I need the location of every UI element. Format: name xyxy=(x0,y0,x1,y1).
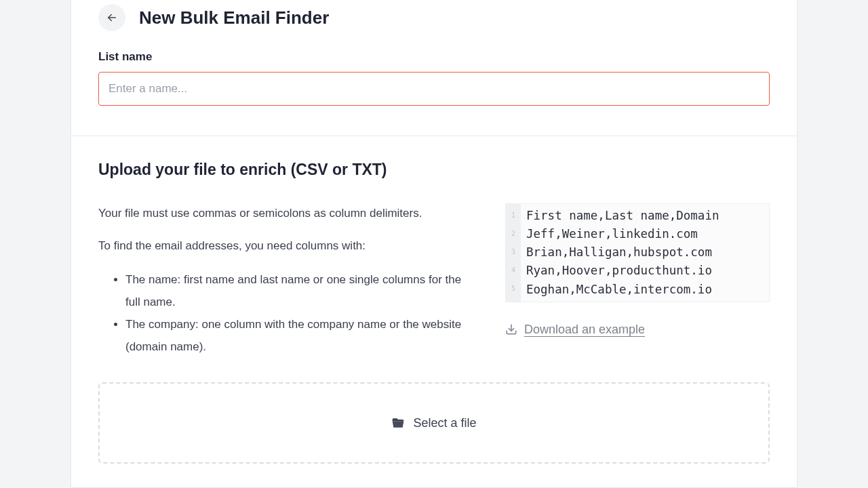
upload-bullets: The name: first name and last name or on… xyxy=(98,268,473,359)
csv-example: 12345 First name,Last name,Domain Jeff,W… xyxy=(505,203,770,302)
back-button[interactable] xyxy=(98,4,125,31)
arrow-left-icon xyxy=(106,12,118,24)
csv-row: Brian,Halligan,hubspot.com xyxy=(526,243,719,262)
upload-title: Upload your file to enrich (CSV or TXT) xyxy=(98,161,770,179)
list-item: The name: first name and last name or on… xyxy=(125,268,473,313)
download-example-label: Download an example xyxy=(524,323,645,337)
csv-lines: First name,Last name,Domain Jeff,Weiner,… xyxy=(521,204,724,302)
list-name-block: List name xyxy=(71,31,797,136)
list-name-input[interactable] xyxy=(98,72,770,106)
csv-row: Eoghan,McCable,intercom.io xyxy=(526,281,719,299)
csv-row: Ryan,Hoover,producthunt.io xyxy=(526,262,719,280)
list-item: The company: one column with the company… xyxy=(125,313,473,358)
example-column: 12345 First name,Last name,Domain Jeff,W… xyxy=(505,203,770,338)
line-gutter: 12345 xyxy=(506,204,521,302)
csv-row: First name,Last name,Domain xyxy=(526,207,719,225)
download-icon xyxy=(505,323,517,336)
page-title: New Bulk Email Finder xyxy=(139,7,329,28)
select-file-label: Select a file xyxy=(413,416,476,430)
list-name-label: List name xyxy=(98,50,770,64)
upload-columns: Your file must use commas or semicolons … xyxy=(98,203,770,358)
download-example-link[interactable]: Download an example xyxy=(505,323,645,337)
page-card: New Bulk Email Finder List name Upload y… xyxy=(71,0,797,488)
upload-p1: Your file must use commas or semicolons … xyxy=(98,203,473,224)
header: New Bulk Email Finder xyxy=(71,0,797,31)
upload-p2: To find the email addresses, you need co… xyxy=(98,236,473,256)
upload-description: Your file must use commas or semicolons … xyxy=(98,203,473,358)
file-dropzone[interactable]: Select a file xyxy=(98,382,770,464)
upload-section: Upload your file to enrich (CSV or TXT) … xyxy=(71,136,797,358)
folder-open-icon xyxy=(391,416,405,430)
csv-row: Jeff,Weiner,linkedin.com xyxy=(526,225,719,243)
